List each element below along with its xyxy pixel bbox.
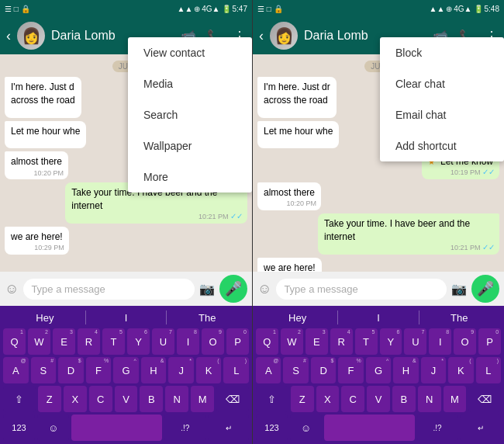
left-suggestion-i[interactable]: I xyxy=(86,312,167,324)
right-key-h[interactable]: H& xyxy=(393,357,418,383)
left-key-w[interactable]: W2 xyxy=(28,328,50,355)
left-key-l[interactable]: L) xyxy=(223,357,249,383)
left-key-punctuation[interactable]: .!? xyxy=(164,415,205,441)
right-key-q[interactable]: Q1 xyxy=(256,328,278,355)
left-key-h[interactable]: H& xyxy=(141,357,167,383)
left-key-c[interactable]: C xyxy=(89,386,112,412)
right-emoji-icon[interactable]: ☺ xyxy=(257,281,271,297)
left-key-d[interactable]: D$ xyxy=(58,357,84,383)
left-key-s[interactable]: S# xyxy=(31,357,57,383)
right-menu-add-shortcut[interactable]: Add shortcut xyxy=(380,130,504,161)
left-key-o[interactable]: O9 xyxy=(202,328,224,355)
left-key-u[interactable]: U7 xyxy=(152,328,174,355)
right-kbd-rows: Q1 W2 E3 R4 T5 Y6 U7 I8 O9 P0 A@ S# D$ F… xyxy=(254,328,502,441)
left-emoji-icon[interactable]: ☺ xyxy=(5,281,19,297)
left-menu-search[interactable]: Search xyxy=(128,99,252,130)
right-key-emoji[interactable]: ☺ xyxy=(290,415,322,441)
right-camera-icon[interactable]: 📷 xyxy=(451,282,467,297)
left-back-button[interactable]: ‹ xyxy=(6,28,11,44)
right-key-u[interactable]: U7 xyxy=(404,328,426,355)
left-key-y[interactable]: Y6 xyxy=(127,328,150,355)
left-key-p[interactable]: P0 xyxy=(226,328,249,355)
right-menu-email-chat[interactable]: Email chat xyxy=(380,99,504,130)
left-key-g[interactable]: G^ xyxy=(113,357,139,383)
left-camera-icon[interactable]: 📷 xyxy=(199,282,215,297)
right-menu-clear-chat[interactable]: Clear chat xyxy=(380,68,504,99)
right-contact-avatar[interactable]: 👩 xyxy=(270,22,298,50)
right-back-button[interactable]: ‹ xyxy=(259,28,264,44)
left-suggestion-hey[interactable]: Hey xyxy=(5,312,85,324)
left-key-f[interactable]: F% xyxy=(86,357,112,383)
left-key-i[interactable]: I8 xyxy=(177,328,199,355)
right-key-punctuation[interactable]: .!? xyxy=(417,415,458,441)
right-key-shift[interactable]: ⇧ xyxy=(256,386,288,412)
left-menu-media[interactable]: Media xyxy=(128,68,252,99)
right-key-t[interactable]: T5 xyxy=(355,328,378,355)
left-key-r[interactable]: R4 xyxy=(78,328,100,355)
right-suggestion-i[interactable]: I xyxy=(338,312,418,324)
right-key-f[interactable]: F% xyxy=(338,357,363,383)
right-key-j[interactable]: J* xyxy=(421,357,446,383)
left-key-m[interactable]: M xyxy=(191,386,214,412)
right-key-enter[interactable]: ↵ xyxy=(460,415,501,441)
right-key-b[interactable]: B xyxy=(392,386,416,412)
right-key-n[interactable]: N xyxy=(418,386,441,412)
right-key-x[interactable]: X xyxy=(316,386,340,412)
right-key-w[interactable]: W2 xyxy=(281,328,303,355)
right-key-m[interactable]: M xyxy=(444,386,467,412)
left-message-input[interactable]: Type a message xyxy=(23,279,195,300)
right-key-g[interactable]: G^ xyxy=(366,357,391,383)
left-key-b[interactable]: B xyxy=(140,386,163,412)
left-key-enter[interactable]: ↵ xyxy=(208,415,249,441)
right-message-input[interactable]: Type a message xyxy=(276,279,447,300)
right-key-backspace[interactable]: ⌫ xyxy=(468,386,501,412)
left-key-backspace[interactable]: ⌫ xyxy=(216,386,249,412)
left-menu-view-contact[interactable]: View contact xyxy=(128,37,252,68)
left-msg5-text: we are here! xyxy=(11,231,63,242)
right-key-l[interactable]: L) xyxy=(476,357,501,383)
right-key-c[interactable]: C xyxy=(341,386,364,412)
right-suggestion-the[interactable]: The xyxy=(419,312,499,324)
right-kbd-row2: A@ S# D$ F% G^ H& J* K( L) xyxy=(256,357,501,383)
left-key-shift[interactable]: ⇧ xyxy=(3,386,36,412)
left-key-numpad[interactable]: 123 xyxy=(3,415,35,441)
right-phone-panel: ☰ □ 🔒 ▲▲ ⊕ 4G▲ 🔋 5:48 ‹ 👩 Daria Lomb 📹 📞… xyxy=(252,0,504,444)
left-key-e[interactable]: E3 xyxy=(53,328,75,355)
right-mic-button[interactable]: 🎤 xyxy=(471,275,499,303)
right-key-o[interactable]: O9 xyxy=(454,328,476,355)
right-key-v[interactable]: V xyxy=(367,386,390,412)
right-key-z[interactable]: Z xyxy=(291,386,314,412)
left-key-j[interactable]: J* xyxy=(168,357,194,383)
left-key-n[interactable]: N xyxy=(165,386,188,412)
left-key-space[interactable] xyxy=(71,415,162,441)
right-menu-block[interactable]: Block xyxy=(380,37,504,68)
right-msg4-time: 10:20 PM xyxy=(287,199,317,209)
left-key-t[interactable]: T5 xyxy=(102,328,125,355)
right-key-k[interactable]: K( xyxy=(448,357,473,383)
left-key-emoji[interactable]: ☺ xyxy=(37,415,69,441)
left-key-z[interactable]: Z xyxy=(38,386,61,412)
left-mic-button[interactable]: 🎤 xyxy=(219,275,247,303)
left-key-k[interactable]: K( xyxy=(196,357,222,383)
right-key-e[interactable]: E3 xyxy=(306,328,328,355)
right-key-p[interactable]: P0 xyxy=(478,328,501,355)
right-key-space[interactable] xyxy=(324,415,415,441)
left-key-q[interactable]: Q1 xyxy=(3,328,26,355)
left-contact-avatar[interactable]: 👩 xyxy=(17,22,45,50)
right-key-a[interactable]: A@ xyxy=(256,357,281,383)
left-key-a[interactable]: A@ xyxy=(3,357,29,383)
left-menu-wallpaper[interactable]: Wallpaper xyxy=(128,130,252,161)
right-key-i[interactable]: I8 xyxy=(429,328,451,355)
right-dropdown-menu: Block Clear chat Email chat Add shortcut xyxy=(380,37,504,161)
right-key-s[interactable]: S# xyxy=(283,357,308,383)
right-suggestion-hey[interactable]: Hey xyxy=(257,312,337,324)
right-key-d[interactable]: D$ xyxy=(311,357,336,383)
right-key-y[interactable]: Y6 xyxy=(380,328,402,355)
right-kbd-suggestions: Hey I The xyxy=(254,309,502,326)
left-menu-more[interactable]: More xyxy=(128,161,252,193)
left-suggestion-the[interactable]: The xyxy=(167,312,247,324)
right-key-r[interactable]: R4 xyxy=(330,328,353,355)
left-key-v[interactable]: V xyxy=(115,386,138,412)
right-key-numpad[interactable]: 123 xyxy=(256,415,288,441)
left-key-x[interactable]: X xyxy=(64,386,87,412)
